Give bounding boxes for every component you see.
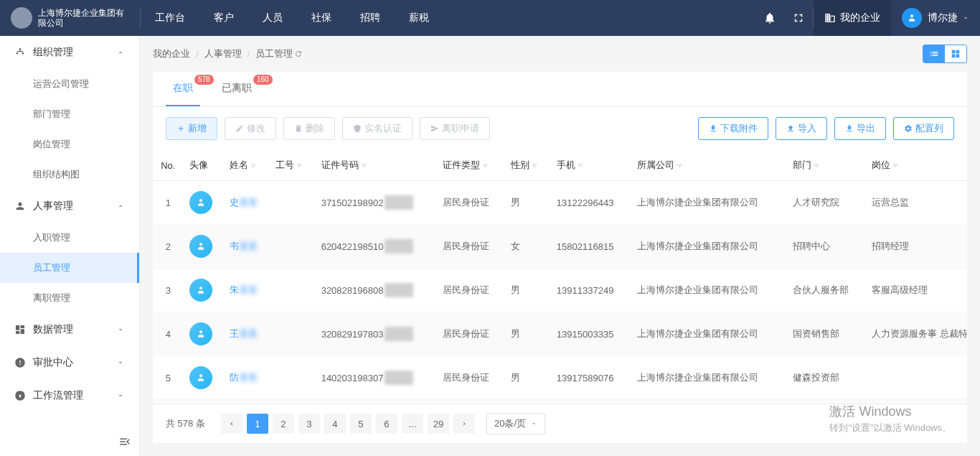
svg-point-1 — [19, 48, 22, 50]
table-row[interactable]: 4 王某某 320829197803 居民身份证 男 13915003335 上… — [153, 312, 967, 356]
nav-customer[interactable]: 客户 — [199, 0, 248, 36]
filter-icon — [577, 162, 584, 169]
table-row[interactable]: 3 朱某某 320828196808 居民身份证 男 13911337249 上… — [153, 269, 967, 312]
cell-post — [866, 356, 967, 400]
tab-active-employees[interactable]: 在职 578 — [166, 72, 200, 106]
sidebar-item-post[interactable]: 岗位管理 — [0, 129, 139, 159]
cell-idtype: 居民身份证 — [437, 356, 505, 400]
my-company-button[interactable]: 我的企业 — [814, 0, 891, 36]
tab-left-employees[interactable]: 已离职 160 — [215, 72, 259, 106]
sidebar-item-offboard[interactable]: 离职管理 — [0, 283, 139, 313]
nav-salary[interactable]: 薪税 — [395, 0, 443, 36]
th-no: No. — [153, 150, 184, 181]
cell-dept: 国资销售部 — [787, 312, 866, 356]
download-button[interactable]: 下载附件 — [698, 117, 768, 140]
nav-social-insurance[interactable]: 社保 — [297, 0, 346, 36]
employee-table: No. 头像 姓名 工号 证件号码 证件类型 性别 手机 所属公司 部门 岗位 — [153, 150, 967, 404]
sidebar-item-org-chart[interactable]: 组织结构图 — [0, 159, 139, 190]
nav-recruit[interactable]: 招聘 — [346, 0, 395, 36]
th-dept[interactable]: 部门 — [787, 150, 866, 181]
sidebar-item-employee[interactable]: 员工管理 — [0, 253, 139, 283]
nav-personnel[interactable]: 人员 — [248, 0, 297, 36]
edit-button[interactable]: 修改 — [225, 117, 276, 140]
cell-name[interactable]: 防某某 — [224, 356, 270, 400]
table-wrapper[interactable]: No. 头像 姓名 工号 证件号码 证件类型 性别 手机 所属公司 部门 岗位 — [153, 150, 967, 404]
next-page-button[interactable] — [453, 414, 475, 434]
chevron-down-icon — [530, 420, 537, 427]
sidebar-group-approval[interactable]: 审批中心 — [0, 346, 139, 379]
table-row[interactable]: 5 防某某 140203198307 居民身份证 男 13917589076 上… — [153, 356, 967, 400]
cell-company: 上海博尔捷企业集团有限公司 — [631, 181, 787, 225]
sidebar-collapse-button[interactable] — [110, 427, 139, 456]
data-icon — [14, 324, 26, 335]
th-idno[interactable]: 证件号码 — [316, 150, 438, 181]
breadcrumb: 我的企业 / 人事管理 / 员工管理 — [140, 36, 980, 72]
prev-page-button[interactable] — [221, 414, 242, 434]
chevron-down-icon — [116, 325, 125, 334]
toolbar: 新增 修改 删除 实名认证 离职申请 下载附件 导入 导出 配置列 — [153, 107, 967, 150]
cell-phone: 13122296443 — [551, 181, 631, 225]
cell-gender: 男 — [505, 269, 550, 312]
sidebar-group-org[interactable]: 组织管理 — [0, 36, 139, 69]
config-columns-button[interactable]: 配置列 — [893, 117, 954, 140]
export-button[interactable]: 导出 — [834, 117, 886, 140]
refresh-icon[interactable] — [294, 50, 303, 58]
cell-dept: 合伙人服务部 — [787, 269, 866, 312]
cell-no: 4 — [153, 312, 184, 356]
employee-avatar — [189, 279, 212, 302]
page-number-button[interactable]: 1 — [247, 414, 268, 434]
th-name[interactable]: 姓名 — [224, 150, 270, 181]
employee-avatar — [189, 366, 212, 389]
cell-name[interactable]: 史某某 — [224, 181, 270, 225]
org-icon — [14, 47, 26, 58]
sidebar-item-onboard[interactable]: 入职管理 — [0, 223, 139, 253]
th-empno[interactable]: 工号 — [270, 150, 315, 181]
cell-empno — [270, 356, 315, 400]
page-number-button[interactable]: 29 — [428, 414, 449, 434]
list-view-button[interactable] — [923, 45, 945, 62]
page-number-button[interactable]: 2 — [273, 414, 294, 434]
nav-workspace[interactable]: 工作台 — [141, 0, 199, 36]
grid-view-button[interactable] — [945, 45, 966, 62]
company-selector[interactable]: 上海博尔捷企业集团有限公司 — [0, 7, 140, 29]
cell-gender: 男 — [505, 181, 550, 225]
th-post[interactable]: 岗位 — [866, 150, 967, 181]
cell-gender: 男 — [505, 356, 550, 400]
th-idtype[interactable]: 证件类型 — [437, 150, 505, 181]
table-row[interactable]: 2 韦某某 620422198510 居民身份证 女 15802116815 上… — [153, 225, 967, 269]
approval-icon — [14, 357, 26, 368]
table-row[interactable]: 1 史某某 371502198902 居民身份证 男 13122296443 上… — [153, 181, 967, 225]
th-company[interactable]: 所属公司 — [631, 150, 787, 181]
cell-name[interactable]: 朱某某 — [224, 269, 270, 312]
delete-button[interactable]: 删除 — [283, 117, 335, 140]
verify-button[interactable]: 实名认证 — [342, 117, 413, 140]
cell-idno: 620422198510 — [316, 225, 438, 269]
page-number-button[interactable]: 4 — [324, 414, 346, 434]
sidebar-group-data[interactable]: 数据管理 — [0, 313, 139, 346]
cell-name[interactable]: 韦某某 — [224, 225, 270, 269]
resign-button[interactable]: 离职申请 — [420, 117, 490, 140]
page-number-button[interactable]: 3 — [298, 414, 320, 434]
th-phone[interactable]: 手机 — [551, 150, 631, 181]
cell-name[interactable]: 王某某 — [224, 312, 270, 356]
page-number-button[interactable]: 5 — [350, 414, 372, 434]
add-button[interactable]: 新增 — [166, 117, 217, 140]
cell-empno — [270, 312, 315, 356]
sidebar-group-workflow[interactable]: 工作流管理 — [0, 379, 139, 412]
cell-dept: 健森投资部 — [787, 356, 866, 400]
fullscreen-icon[interactable] — [784, 0, 813, 36]
sidebar-group-hr[interactable]: 人事管理 — [0, 190, 139, 223]
user-menu[interactable]: 博尔捷 — [891, 8, 980, 28]
import-button[interactable]: 导入 — [776, 117, 827, 140]
svg-point-8 — [199, 374, 202, 377]
breadcrumb-item: 员工管理 — [255, 47, 293, 60]
page-number-button[interactable]: 6 — [376, 414, 397, 434]
breadcrumb-item[interactable]: 我的企业 — [153, 47, 190, 60]
notification-icon[interactable] — [755, 0, 784, 36]
page-size-select[interactable]: 20条/页 — [486, 413, 545, 434]
th-gender[interactable]: 性别 — [505, 150, 550, 181]
sidebar-item-dept[interactable]: 部门管理 — [0, 99, 139, 129]
sidebar-item-operating-co[interactable]: 运营公司管理 — [0, 69, 139, 99]
page-ellipsis[interactable]: ... — [402, 414, 423, 434]
breadcrumb-item[interactable]: 人事管理 — [204, 47, 242, 60]
